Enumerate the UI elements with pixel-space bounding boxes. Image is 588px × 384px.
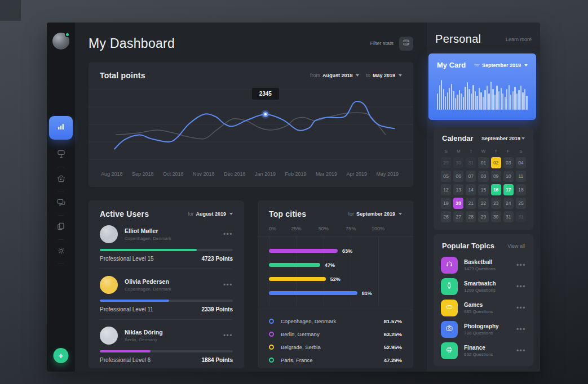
more-options-icon[interactable]: ••• <box>516 349 526 352</box>
user-level: Professional Level 11 <box>100 306 153 312</box>
view-all-link[interactable]: View all <box>507 243 525 249</box>
calendar-day[interactable]: 08 <box>478 171 488 182</box>
user-photo-avatar[interactable] <box>100 327 118 345</box>
x-axis-label: Nov 2018 <box>193 171 215 180</box>
activity-bar <box>514 87 515 110</box>
to-date-dropdown[interactable]: to May 2019 <box>366 73 402 78</box>
calendar-day[interactable]: 05 <box>441 171 451 182</box>
topic-row[interactable]: Photography788 Questions••• <box>441 321 526 338</box>
more-options-icon[interactable]: ••• <box>516 285 526 288</box>
calendar-day[interactable]: 21 <box>466 198 476 209</box>
top-cities-period-dropdown[interactable]: for September 2019 <box>348 211 402 217</box>
calendar-period-dropdown[interactable]: September 2019 <box>481 136 525 141</box>
legend-value: 81.57% <box>384 318 402 324</box>
calendar-day[interactable]: 14 <box>466 184 476 195</box>
active-users-period-dropdown[interactable]: for August 2019 <box>188 211 233 217</box>
calendar-day[interactable]: 01 <box>478 157 488 168</box>
calendar-day[interactable]: 31 <box>466 157 476 168</box>
calendar-day[interactable]: 19 <box>441 198 451 209</box>
calendar-day[interactable]: 31 <box>516 211 526 222</box>
more-options-icon[interactable]: ••• <box>516 264 526 267</box>
sidebar-divider <box>58 215 64 216</box>
filter-stats-label[interactable]: Filter stats <box>370 41 394 46</box>
learn-more-link[interactable]: Learn more <box>506 37 532 42</box>
calendar-day[interactable]: 27 <box>453 211 463 222</box>
calendar-day[interactable]: 13 <box>453 184 463 195</box>
calendar-day[interactable]: 07 <box>466 171 476 182</box>
more-options-icon[interactable]: ••• <box>223 283 233 287</box>
calendar-day[interactable]: 30 <box>453 157 463 168</box>
calendar-day[interactable]: 28 <box>466 211 476 222</box>
calendar-day[interactable]: 06 <box>453 171 463 182</box>
chat-icon <box>56 197 67 210</box>
activity-bar <box>526 96 527 110</box>
sidebar-item-documents[interactable] <box>55 222 67 233</box>
calendar-day[interactable]: 03 <box>503 157 514 168</box>
headphones-icon <box>445 260 454 271</box>
calendar-day[interactable]: 24 <box>503 198 514 209</box>
my-card-period-dropdown[interactable]: for September 2019 <box>475 62 528 68</box>
calendar-day[interactable]: 26 <box>441 211 451 222</box>
add-button[interactable]: + <box>54 348 69 363</box>
calendar-day[interactable]: 30 <box>491 211 501 222</box>
calendar-grid: 2930310102030405060708091011121314151617… <box>441 157 526 222</box>
calendar-day[interactable]: 10 <box>503 171 514 182</box>
activity-bar <box>465 87 466 110</box>
sidebar-item-settings[interactable] <box>55 246 67 257</box>
sidebar-item-basket[interactable] <box>55 173 67 185</box>
calendar-day[interactable]: 20 <box>453 198 463 209</box>
popular-topics-title: Popular Topics <box>442 242 494 250</box>
weekday-label: W <box>478 149 488 154</box>
settings-gear-icon <box>56 245 67 258</box>
calendar-day[interactable]: 15 <box>478 184 488 195</box>
bar-value-label: 52% <box>330 276 341 282</box>
more-options-icon[interactable]: ••• <box>223 334 233 337</box>
more-options-icon[interactable]: ••• <box>516 328 526 331</box>
topic-question-count: 1299 Questions <box>464 288 516 293</box>
calendar-day[interactable]: 29 <box>478 211 488 222</box>
sidebar-item-announcements[interactable] <box>55 149 67 160</box>
calendar-day[interactable]: 31 <box>503 211 514 222</box>
user-photo-avatar[interactable] <box>100 225 118 243</box>
more-options-icon[interactable]: ••• <box>516 306 526 310</box>
calendar-day[interactable]: 09 <box>491 171 501 182</box>
my-card-panel[interactable]: My Card for September 2019 <box>428 53 536 120</box>
calendar-day[interactable]: 02 <box>491 157 501 168</box>
chevron-down-icon <box>229 213 233 215</box>
topic-row[interactable]: Finance632 Questions••• <box>441 342 526 359</box>
user-points: 2339 Points <box>201 306 233 312</box>
more-options-icon[interactable]: ••• <box>223 233 233 236</box>
legend-city: Berlin, Germany <box>281 331 384 337</box>
personal-sidebar: Personal Learn more My Card for Septembe… <box>427 23 540 372</box>
sidebar-item-stats[interactable] <box>49 116 73 140</box>
user-points: 1884 Points <box>201 357 233 363</box>
sidebar-item-messages[interactable] <box>55 198 67 209</box>
calendar-day[interactable]: 22 <box>478 198 488 209</box>
legend-value: 63.25% <box>384 331 402 337</box>
calendar-day[interactable]: 18 <box>516 184 526 195</box>
activity-bar <box>451 84 452 110</box>
calendar-day[interactable]: 12 <box>441 184 451 195</box>
calendar-day[interactable]: 25 <box>516 198 526 209</box>
calendar-day[interactable]: 11 <box>516 171 526 182</box>
calendar-day[interactable]: 23 <box>491 198 501 209</box>
calendar-day[interactable]: 16 <box>491 184 501 195</box>
dashboard-app-window: + My Dashboard Filter stats Total points <box>47 23 540 372</box>
city-bar-row: 47% <box>269 258 402 272</box>
topic-row[interactable]: Games983 Questions••• <box>441 300 526 316</box>
from-date-dropdown[interactable]: from August 2018 <box>310 73 360 78</box>
topic-question-count: 1423 Questions <box>464 266 516 271</box>
filter-stats-button[interactable] <box>399 37 413 51</box>
user-photo-avatar[interactable] <box>100 276 118 294</box>
calendar-day[interactable]: 29 <box>441 157 451 168</box>
topic-row[interactable]: Basketball1423 Questions••• <box>441 257 526 274</box>
user-level: Professional Level 15 <box>100 256 154 262</box>
topic-row[interactable]: Smartwatch1299 Questions••• <box>441 278 526 295</box>
activity-bar <box>494 95 496 110</box>
user-avatar[interactable] <box>52 33 69 50</box>
calendar-day[interactable]: 04 <box>516 157 526 168</box>
calendar-panel: Calendar September 2019 SMTWTFS 29303101… <box>434 127 533 230</box>
calendar-day[interactable]: 17 <box>503 184 514 195</box>
topic-name: Smartwatch <box>464 280 516 287</box>
activity-bar <box>463 97 464 110</box>
